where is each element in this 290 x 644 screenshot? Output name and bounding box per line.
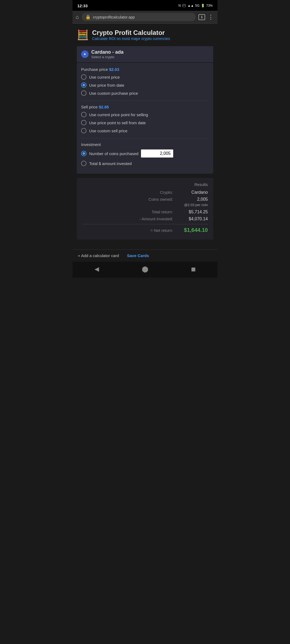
lock-icon: 🔒 (85, 14, 91, 20)
sell-radio-custom[interactable] (81, 128, 86, 133)
sell-price-label: Sell price $2.85 (81, 105, 209, 109)
results-coins-value: 2,005 (173, 197, 208, 202)
sell-price-value: $2.85 (99, 105, 109, 109)
sell-option-current-label: Use current price point for selling (89, 112, 148, 117)
battery-icon: 🔋 (201, 4, 205, 8)
save-cards-button[interactable]: Save Cards (127, 253, 149, 258)
vibrate-icon: 📳 (182, 4, 186, 8)
purchase-price-label: Purchase price $2.03 (81, 67, 209, 72)
home-nav-button[interactable]: ⬤ (138, 264, 152, 274)
battery-label: 73% (206, 4, 213, 8)
page-content: 🧮 Crypto Profit Calculator Calculate ROI… (73, 24, 218, 249)
url-text: cryptoprofitcalculator.app (93, 15, 135, 19)
results-card: Results Crypto: Cardano Coins owned: 2,0… (77, 178, 213, 240)
calculator-card: Purchase price $2.03 Use current price U… (77, 63, 213, 174)
crypto-selector[interactable]: ✦ Cardano - ada Select a crypto (77, 46, 213, 62)
investment-amount-label: Total $ amount invested (89, 161, 132, 166)
investment-coins-row: Number of coins purchased (81, 149, 209, 158)
browser-chrome: ⌂ 🔒 cryptoprofitcalculator.app 1 ⋮ (73, 11, 218, 24)
crypto-selector-texts: Cardano - ada Select a crypto (91, 49, 124, 59)
purchase-option-custom[interactable]: Use custom purchase price (81, 90, 209, 96)
app-header-text: Crypto Profit Calculator Calculate ROI o… (92, 29, 170, 41)
url-bar[interactable]: 🔒 cryptoprofitcalculator.app (82, 13, 196, 21)
divider-2 (81, 138, 209, 138)
purchase-radio-current[interactable] (81, 74, 86, 80)
nav-bar: ◀ ⬤ ◼ (73, 262, 218, 278)
results-total-return-key: Total return: (82, 210, 173, 214)
results-net-return-key: = Net return: (82, 228, 173, 233)
home-button[interactable]: ⌂ (76, 14, 79, 20)
app-subtitle: Calculate ROI on most major crypto curre… (92, 36, 170, 41)
investment-amount-row: Total $ amount invested (81, 161, 209, 166)
crypto-hint: Select a crypto (91, 55, 124, 59)
sell-price-options: Use current price point for selling Use … (81, 112, 209, 133)
results-crypto-value: Cardano (173, 190, 208, 195)
purchase-price-options: Use current price Use price from date Us… (81, 74, 209, 96)
browser-menu-button[interactable]: ⋮ (208, 14, 214, 21)
investment-label: Investment (81, 142, 209, 147)
status-bar: 12:33 N 📳 ▲▲ 5G 🔋 73% (73, 0, 218, 11)
purchase-radio-date[interactable] (81, 82, 86, 88)
results-title: Results (82, 182, 208, 187)
back-button[interactable]: ◀ (90, 264, 103, 274)
results-amount-invested-value: $4,070.14 (173, 217, 208, 221)
results-net-return-row: = Net return: $1,644.10 (82, 227, 208, 233)
investment-coins-label: Number of coins purchased (89, 151, 138, 156)
purchase-option-current-label: Use current price (89, 75, 120, 79)
nfc-icon: N (179, 4, 181, 8)
purchase-radio-custom[interactable] (81, 90, 86, 96)
results-total-return-row: Total return: $5,714.25 (82, 210, 208, 214)
recents-button[interactable]: ◼ (187, 264, 200, 274)
results-net-return-value: $1,644.10 (173, 227, 208, 233)
results-crypto-key: Crypto: (82, 190, 173, 195)
sell-radio-date[interactable] (81, 120, 86, 125)
results-total-return-value: $5,714.25 (173, 210, 208, 214)
purchase-option-current[interactable]: Use current price (81, 74, 209, 80)
coins-input[interactable] (141, 149, 173, 158)
status-time: 12:33 (77, 3, 88, 8)
calculator-icon: 🧮 (77, 29, 89, 41)
status-icons: N 📳 ▲▲ 5G 🔋 73% (179, 4, 213, 8)
results-coins-key: Coins owned: (82, 197, 173, 202)
investment-radio-coins[interactable] (81, 151, 86, 156)
crypto-name: Cardano - ada (91, 49, 124, 55)
purchase-option-custom-label: Use custom purchase price (89, 91, 138, 96)
sell-option-date-label: Use price point to sell from date (89, 120, 146, 125)
divider-1 (81, 101, 209, 101)
investment-section: Investment Number of coins purchased Tot… (81, 142, 209, 166)
results-amount-invested-row: - Amount Invested: $4,070.14 (82, 217, 208, 221)
sell-radio-current[interactable] (81, 112, 86, 117)
crypto-icon: ✦ (81, 50, 89, 58)
sell-option-custom[interactable]: Use custom sell price (81, 128, 209, 133)
add-card-button[interactable]: + Add a calculator card (78, 253, 119, 258)
tab-switcher-button[interactable]: 1 (198, 14, 205, 20)
results-coins-row: Coins owned: 2,005 (82, 197, 208, 202)
results-divider (82, 224, 208, 224)
app-header: 🧮 Crypto Profit Calculator Calculate ROI… (77, 29, 213, 41)
sell-option-custom-label: Use custom sell price (89, 129, 128, 133)
sell-option-current[interactable]: Use current price point for selling (81, 112, 209, 117)
bottom-bar: + Add a calculator card Save Cards (73, 249, 218, 262)
results-crypto-row: Crypto: Cardano (82, 190, 208, 195)
investment-radio-amount[interactable] (81, 161, 86, 166)
signal-icon: ▲▲ (187, 4, 194, 8)
results-per-coin: @2.03 per coin (82, 203, 208, 207)
results-amount-invested-key: - Amount Invested: (82, 217, 173, 221)
purchase-option-date-label: Use price from date (89, 83, 124, 87)
app-title: Crypto Profit Calculator (92, 29, 170, 36)
purchase-price-value: $2.03 (109, 67, 119, 72)
purchase-option-date[interactable]: Use price from date (81, 82, 209, 88)
sell-option-date[interactable]: Use price point to sell from date (81, 120, 209, 125)
network-label: 5G (195, 4, 200, 8)
